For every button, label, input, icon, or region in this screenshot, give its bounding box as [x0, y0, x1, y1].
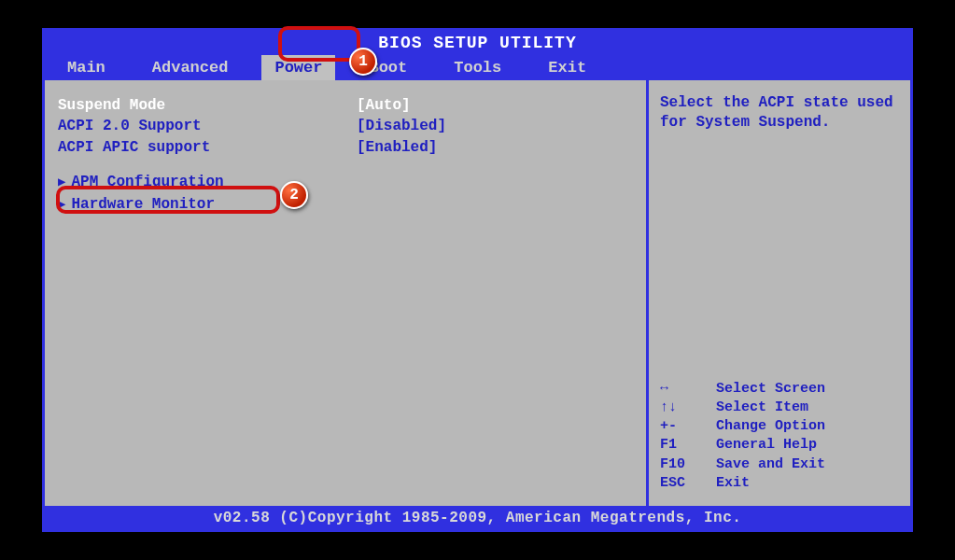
bios-window: BIOS SETUP UTILITY Main Advanced Power B… — [42, 28, 913, 532]
shortcut-desc: Select Item — [716, 399, 808, 417]
title-bar: BIOS SETUP UTILITY — [45, 31, 910, 55]
setting-value: [Auto] — [357, 95, 411, 116]
shortcut-list: ↔ Select Screen ↑↓ Select Item +- Change… — [660, 380, 899, 494]
tab-advanced[interactable]: Advanced — [139, 55, 242, 80]
shortcut-desc: Save and Exit — [716, 455, 825, 474]
triangle-icon: ▶ — [58, 173, 65, 192]
tab-tools[interactable]: Tools — [441, 55, 514, 80]
tab-power[interactable]: Power — [261, 55, 335, 80]
setting-value: [Enabled] — [357, 137, 437, 158]
shortcut-save-exit: F10 Save and Exit — [660, 455, 899, 474]
setting-label: Suspend Mode — [58, 95, 357, 116]
tab-exit[interactable]: Exit — [535, 55, 599, 80]
shortcut-key: ESC — [660, 474, 716, 493]
help-pane: Select the ACPI state used for System Su… — [649, 80, 910, 506]
shortcut-select-screen: ↔ Select Screen — [660, 380, 899, 399]
submenu-label: APM Configuration — [71, 171, 223, 193]
shortcut-change-option: +- Change Option — [660, 417, 899, 436]
setting-acpi-apic[interactable]: ACPI APIC support [Enabled] — [58, 137, 637, 158]
triangle-icon: ▶ — [58, 195, 65, 215]
content-area: Suspend Mode [Auto] ACPI 2.0 Support [Di… — [45, 80, 910, 506]
setting-label: ACPI APIC support — [58, 137, 357, 158]
setting-acpi-2[interactable]: ACPI 2.0 Support [Disabled] — [58, 116, 637, 136]
shortcut-key: ↔ — [660, 380, 716, 399]
shortcut-select-item: ↑↓ Select Item — [660, 399, 899, 417]
shortcut-exit: ESC Exit — [660, 474, 899, 493]
shortcut-general-help: F1 General Help — [660, 436, 899, 455]
setting-suspend-mode[interactable]: Suspend Mode [Auto] — [58, 95, 637, 116]
shortcut-key: F10 — [660, 455, 716, 474]
shortcut-desc: Change Option — [716, 417, 825, 436]
shortcut-desc: General Help — [716, 436, 817, 455]
submenu-hardware-monitor[interactable]: ▶ Hardware Monitor — [58, 193, 637, 216]
tab-row: Main Advanced Power Boot Tools Exit — [45, 55, 910, 80]
shortcut-desc: Exit — [716, 474, 750, 493]
settings-pane: Suspend Mode [Auto] ACPI 2.0 Support [Di… — [45, 80, 649, 506]
setting-label: ACPI 2.0 Support — [58, 116, 357, 136]
tab-main[interactable]: Main — [54, 55, 119, 80]
shortcut-key: F1 — [660, 436, 716, 455]
shortcut-key: +- — [660, 417, 716, 436]
shortcut-desc: Select Screen — [716, 380, 825, 399]
submenu-apm-configuration[interactable]: ▶ APM Configuration — [58, 171, 637, 193]
tab-boot[interactable]: Boot — [356, 55, 420, 80]
shortcut-key: ↑↓ — [660, 399, 716, 417]
submenu-label: Hardware Monitor — [71, 193, 215, 216]
setting-value: [Disabled] — [357, 116, 446, 136]
help-text: Select the ACPI state used for System Su… — [660, 93, 899, 380]
footer-bar: v02.58 (C)Copyright 1985-2009, American … — [45, 506, 910, 530]
